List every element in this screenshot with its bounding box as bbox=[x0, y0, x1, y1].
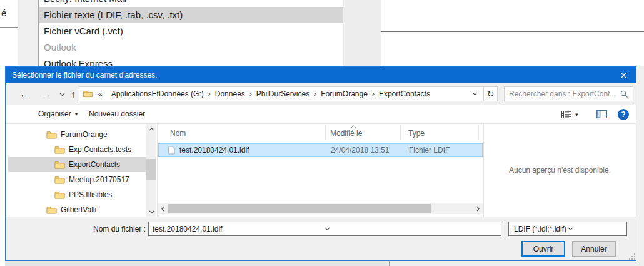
chevron-right-icon bbox=[476, 206, 480, 212]
tree-item[interactable]: ForumOrange bbox=[8, 127, 146, 142]
tree-item-label: ExportContacts bbox=[69, 160, 120, 169]
background-column bbox=[343, 0, 381, 66]
scrollbar-thumb[interactable] bbox=[168, 204, 431, 213]
file-icon bbox=[168, 146, 175, 155]
dialog-content: ForumOrange Exp.Contacts.tests Exp bbox=[6, 124, 636, 217]
tree-item[interactable]: ExportContacts bbox=[8, 157, 146, 172]
format-list-item[interactable]: Becky! Internet Mail bbox=[39, 0, 343, 7]
filename-label: Nom du fichier : bbox=[6, 225, 146, 233]
help-glyph: ? bbox=[621, 110, 625, 119]
help-icon: ? bbox=[618, 109, 629, 120]
scroll-down-button[interactable] bbox=[146, 207, 156, 217]
search-box[interactable]: Rechercher dans : ExportCont... bbox=[504, 86, 633, 101]
filetype-select[interactable]: LDIF (*.ldi;*.ldif) bbox=[508, 222, 627, 236]
folder-icon bbox=[54, 161, 65, 169]
preview-pane-icon bbox=[596, 110, 607, 118]
format-list-item[interactable]: Outlook Express bbox=[39, 56, 343, 66]
address-dropdown-button[interactable] bbox=[472, 92, 478, 96]
tree-item-label: PPS.Illisibles bbox=[69, 190, 112, 199]
file-row[interactable]: test.20180424.01.ldif 24/04/2018 13:51 F… bbox=[158, 143, 483, 157]
scroll-left-button[interactable] bbox=[158, 203, 168, 214]
tree-item-label: Meetup.20170517 bbox=[69, 175, 129, 184]
tree-item[interactable]: PPS.Illisibles bbox=[8, 187, 146, 202]
breadcrumb-segment[interactable]: PhilDurServices bbox=[254, 90, 311, 98]
column-headers: Nom Modifié le Type bbox=[158, 125, 479, 140]
chevron-down-icon: ▾ bbox=[75, 105, 78, 123]
folder-icon bbox=[83, 90, 93, 98]
close-icon bbox=[620, 72, 627, 79]
scroll-up-button[interactable] bbox=[146, 124, 156, 134]
format-list-item[interactable]: Outlook bbox=[39, 39, 343, 56]
forward-button[interactable]: → bbox=[41, 83, 51, 105]
background-panel bbox=[381, 0, 644, 66]
breadcrumb-segment[interactable]: ForumOrange bbox=[319, 90, 370, 98]
scroll-right-button[interactable] bbox=[473, 203, 483, 214]
breadcrumb-segment[interactable]: Donnees bbox=[213, 90, 247, 98]
search-placeholder: Rechercher dans : ExportCont... bbox=[509, 90, 620, 98]
column-header[interactable]: Type bbox=[401, 125, 479, 140]
breadcrumb-separator: › bbox=[311, 90, 319, 98]
background-clipped-text: é bbox=[1, 8, 6, 18]
tree-item[interactable]: Exp.Contacts.tests bbox=[8, 142, 146, 157]
column-header[interactable]: Modifié le bbox=[326, 125, 401, 140]
cancel-button-label: Annuler bbox=[581, 245, 606, 253]
new-folder-button[interactable]: Nouveau dossier bbox=[89, 105, 145, 123]
folder-icon bbox=[54, 146, 65, 154]
address-book-format-list: Becky! Internet Mail Fichier texte (LDIF… bbox=[38, 0, 343, 66]
recent-locations-button[interactable] bbox=[59, 93, 65, 96]
filename-dropdown-button[interactable] bbox=[325, 227, 496, 231]
breadcrumb-separator: › bbox=[247, 90, 254, 98]
resize-grip[interactable] bbox=[631, 256, 633, 257]
preview-pane-button[interactable] bbox=[596, 105, 607, 123]
filetype-dropdown-button[interactable] bbox=[568, 227, 621, 231]
tree-item[interactable]: Meetup.20170517 bbox=[8, 172, 146, 187]
dialog-titlebar[interactable]: Sélectionner le fichier du carnet d'adre… bbox=[6, 67, 636, 83]
organize-menu-button[interactable]: Organiser ▾ bbox=[38, 105, 78, 123]
folder-icon bbox=[46, 131, 57, 139]
up-button[interactable]: ↑ bbox=[71, 83, 76, 105]
format-list-item-label: Fichier texte (LDIF, .tab, .csv, .txt) bbox=[44, 9, 183, 20]
format-list-item-label: Outlook Express bbox=[44, 58, 113, 66]
format-list-item[interactable]: Fichier texte (LDIF, .tab, .csv, .txt) bbox=[39, 7, 343, 23]
breadcrumb: « ApplicationsEtDonnées (G:) › Donnees › bbox=[96, 90, 472, 98]
help-button[interactable]: ? bbox=[618, 105, 629, 123]
close-button[interactable] bbox=[611, 67, 636, 83]
chevron-left-icon bbox=[161, 206, 164, 212]
open-button[interactable]: Ouvrir bbox=[521, 241, 565, 257]
breadcrumb-segment[interactable]: ExportContacts bbox=[377, 90, 432, 98]
chevron-down-icon: ▾ bbox=[575, 111, 578, 118]
new-folder-label: Nouveau dossier bbox=[89, 105, 145, 123]
column-header-label: Type bbox=[408, 129, 425, 138]
format-list-item[interactable]: Fichier vCard (.vcf) bbox=[39, 23, 343, 39]
format-list-item-label: Outlook bbox=[44, 42, 76, 53]
folder-tree: ForumOrange Exp.Contacts.tests Exp bbox=[6, 124, 146, 217]
scrollbar-thumb[interactable] bbox=[146, 159, 156, 180]
sort-ascending-icon bbox=[351, 125, 356, 128]
tree-item-label: Exp.Contacts.tests bbox=[69, 145, 131, 154]
filename-input[interactable]: test.20180424.01.ldif bbox=[148, 222, 501, 236]
column-header-label: Nom bbox=[170, 129, 186, 138]
chevron-down-icon bbox=[149, 210, 154, 213]
breadcrumb-segment[interactable]: ApplicationsEtDonnées (G:) bbox=[109, 90, 206, 98]
file-name: test.20180424.01.ldif bbox=[179, 146, 249, 155]
breadcrumb-separator: › bbox=[206, 90, 213, 98]
address-bar[interactable]: « ApplicationsEtDonnées (G:) › Donnees › bbox=[79, 86, 484, 101]
views-dropdown-button[interactable]: ▾ bbox=[575, 105, 578, 123]
views-button[interactable] bbox=[561, 105, 571, 123]
refresh-button[interactable]: ↻ bbox=[484, 86, 498, 101]
refresh-icon: ↻ bbox=[487, 89, 495, 99]
background-divider bbox=[0, 27, 18, 28]
navigation-bar: ← → ↑ « Application bbox=[6, 83, 636, 105]
tree-item[interactable]: GilbertValli bbox=[8, 202, 146, 217]
format-list-item-label: Fichier vCard (.vcf) bbox=[44, 26, 123, 36]
column-header[interactable]: Nom bbox=[158, 125, 326, 140]
back-button[interactable]: ← bbox=[19, 83, 30, 105]
horizontal-scrollbar[interactable] bbox=[158, 203, 483, 214]
breadcrumb-segment[interactable]: « bbox=[96, 90, 104, 98]
tree-scrollbar[interactable] bbox=[146, 124, 156, 217]
open-file-dialog: Sélectionner le fichier du carnet d'adre… bbox=[5, 66, 636, 261]
file-name-cell: test.20180424.01.ldif bbox=[159, 146, 326, 155]
background-panel bbox=[5, 261, 389, 266]
cancel-button[interactable]: Annuler bbox=[572, 241, 616, 257]
chevron-down-icon bbox=[59, 93, 65, 96]
